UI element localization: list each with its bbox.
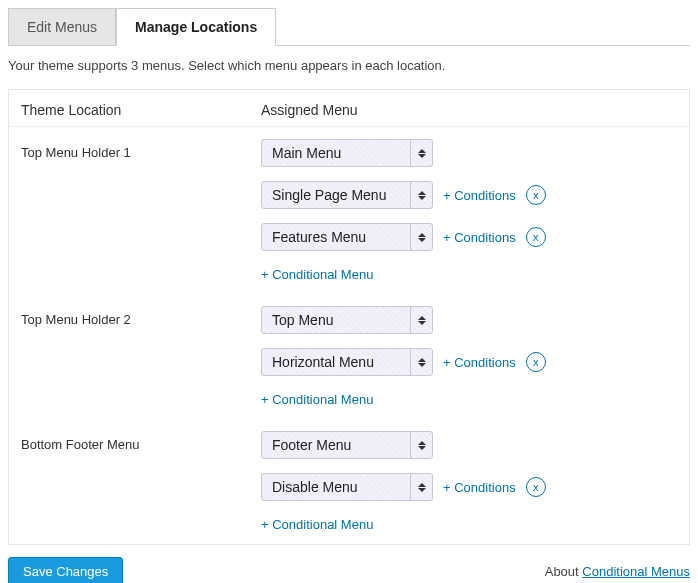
menu-select-primary[interactable]: Main Menu <box>261 139 433 167</box>
select-value: Disable Menu <box>272 479 358 495</box>
updown-icon <box>410 349 432 375</box>
footer-row: Save Changes About Conditional Menus <box>8 557 690 583</box>
updown-icon <box>410 432 432 458</box>
assignments: Top MenuHorizontal Menu+ Conditionsx+ Co… <box>261 306 677 407</box>
updown-icon <box>410 224 432 250</box>
add-conditional-menu-link[interactable]: + Conditional Menu <box>261 515 677 532</box>
remove-button[interactable]: x <box>526 185 546 205</box>
tab-edit-menus[interactable]: Edit Menus <box>8 8 116 46</box>
select-value: Horizontal Menu <box>272 354 374 370</box>
add-conditional-menu-link[interactable]: + Conditional Menu <box>261 390 677 407</box>
assign-line-conditional: Single Page Menu+ Conditionsx <box>261 181 677 209</box>
header-assigned-menu: Assigned Menu <box>261 102 677 118</box>
remove-button[interactable]: x <box>526 352 546 372</box>
select-value: Features Menu <box>272 229 366 245</box>
description-text: Your theme supports 3 menus. Select whic… <box>8 58 690 73</box>
menu-select-conditional[interactable]: Horizontal Menu <box>261 348 433 376</box>
assignments: Footer MenuDisable Menu+ Conditionsx+ Co… <box>261 431 677 532</box>
tabs-bar: Edit Menus Manage Locations <box>8 8 690 46</box>
location-name: Top Menu Holder 1 <box>21 139 261 160</box>
select-value: Top Menu <box>272 312 333 328</box>
about-link[interactable]: Conditional Menus <box>582 564 690 579</box>
about-text: About Conditional Menus <box>545 564 690 579</box>
conditions-link[interactable]: + Conditions <box>443 230 516 245</box>
location-name: Bottom Footer Menu <box>21 431 261 452</box>
menu-select-conditional[interactable]: Features Menu <box>261 223 433 251</box>
select-value: Main Menu <box>272 145 341 161</box>
remove-button[interactable]: x <box>526 477 546 497</box>
remove-button[interactable]: x <box>526 227 546 247</box>
assignments: Main MenuSingle Page Menu+ ConditionsxFe… <box>261 139 677 282</box>
menu-select-primary[interactable]: Top Menu <box>261 306 433 334</box>
conditions-link[interactable]: + Conditions <box>443 480 516 495</box>
table-header: Theme Location Assigned Menu <box>9 90 689 127</box>
menu-select-conditional[interactable]: Disable Menu <box>261 473 433 501</box>
assign-line-conditional: Horizontal Menu+ Conditionsx <box>261 348 677 376</box>
locations-table: Theme Location Assigned Menu Top Menu Ho… <box>8 89 690 545</box>
conditions-link[interactable]: + Conditions <box>443 355 516 370</box>
assign-line-conditional: Features Menu+ Conditionsx <box>261 223 677 251</box>
assign-line-conditional: Disable Menu+ Conditionsx <box>261 473 677 501</box>
updown-icon <box>410 182 432 208</box>
location-name: Top Menu Holder 2 <box>21 306 261 327</box>
updown-icon <box>410 140 432 166</box>
location-row: Top Menu Holder 2Top MenuHorizontal Menu… <box>9 294 689 419</box>
location-row: Bottom Footer MenuFooter MenuDisable Men… <box>9 419 689 544</box>
conditions-link[interactable]: + Conditions <box>443 188 516 203</box>
select-value: Single Page Menu <box>272 187 386 203</box>
save-button[interactable]: Save Changes <box>8 557 123 583</box>
updown-icon <box>410 307 432 333</box>
location-row: Top Menu Holder 1Main MenuSingle Page Me… <box>9 127 689 294</box>
assign-line-primary: Footer Menu <box>261 431 677 459</box>
menu-select-conditional[interactable]: Single Page Menu <box>261 181 433 209</box>
add-conditional-menu-link[interactable]: + Conditional Menu <box>261 265 677 282</box>
tab-manage-locations[interactable]: Manage Locations <box>116 8 276 46</box>
menu-select-primary[interactable]: Footer Menu <box>261 431 433 459</box>
assign-line-primary: Main Menu <box>261 139 677 167</box>
header-theme-location: Theme Location <box>21 102 261 118</box>
updown-icon <box>410 474 432 500</box>
about-prefix: About <box>545 564 583 579</box>
assign-line-primary: Top Menu <box>261 306 677 334</box>
select-value: Footer Menu <box>272 437 351 453</box>
